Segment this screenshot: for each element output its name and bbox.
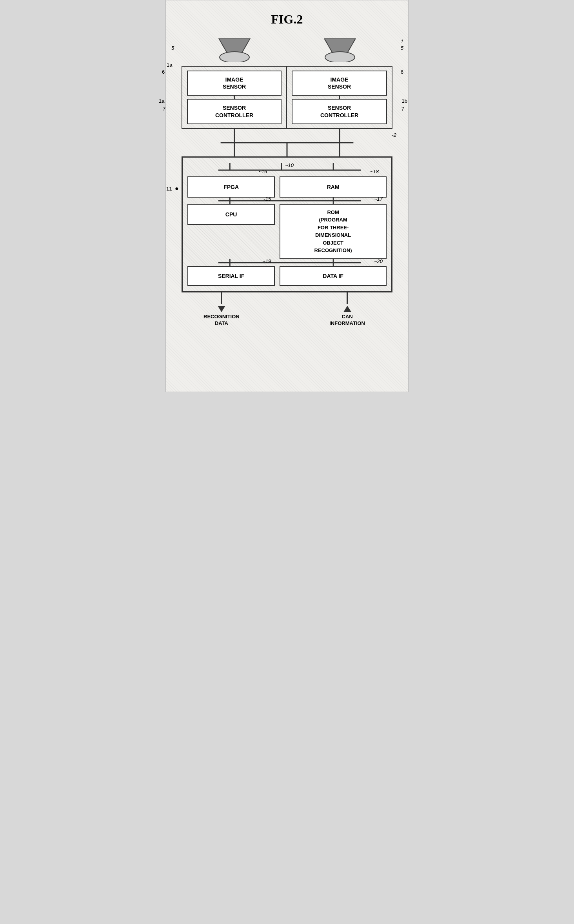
cpu-box: CPU [187,204,275,225]
serial-if-box: SERIAL IF [187,266,275,286]
sensor-ctrl-left: SENSOR CONTROLLER [187,99,282,124]
can-information-label: CAN INFORMATION [329,314,365,327]
rom-box: ROM (PROGRAM FOR THREE- DIMENSIONAL OBJE… [280,204,387,259]
image-sensor-right: IMAGE SENSOR [292,71,387,96]
data-if-label: DATA IF [323,273,343,279]
ref-1: 1 [401,38,403,44]
ref-16-label: ~16 [258,169,267,174]
arrow-down-recognition [218,306,225,312]
fig-title: FIG.2 [182,12,392,27]
svg-point-3 [325,52,355,62]
camera-lens-left-svg [211,38,258,62]
sensor-ctrl-left-label: SENSOR CONTROLLER [215,105,253,118]
svg-marker-0 [219,38,250,52]
ref-1a-label: 1a [159,98,164,104]
image-sensor-left: IMAGE SENSOR [187,71,282,96]
cpu-label: CPU [225,211,237,218]
ref-7-right-label: 7 [401,106,404,112]
ref-20-label: ~20 [374,258,383,264]
sensor-ctrl-right: SENSOR CONTROLLER [292,99,387,124]
lower-mid-connections-svg [187,259,387,266]
ref-5-left: 5 [171,45,174,51]
ref-11-label: 11 ● [166,185,179,192]
fpga-box: FPGA [187,176,275,198]
ref-17-label: ~17 [374,196,383,202]
recognition-data-label: RECOGNITION DATA [203,314,240,327]
arrow-up-can [343,306,351,312]
svg-point-1 [220,52,249,62]
camera-lens-right-svg [316,38,363,62]
data-if-box: DATA IF [280,266,387,286]
ref-19-label: ~19 [262,258,271,264]
serial-if-label: SERIAL IF [218,273,244,279]
svg-marker-2 [324,38,356,52]
ref-1b-label: 1b [402,98,407,104]
ram-box: RAM [280,176,387,198]
sensor-ctrl-right-label: SENSOR CONTROLLER [320,105,358,118]
image-sensor-right-label: IMAGE SENSOR [328,76,351,90]
ref-6-right-label: 6 [401,69,403,75]
image-sensor-left-label: IMAGE SENSOR [223,76,246,90]
ref-7-left-label: 7 [163,106,165,112]
ref-18-label: ~18 [370,169,379,174]
ref-5-right: 5 [401,45,403,51]
rom-label: ROM (PROGRAM FOR THREE- DIMENSIONAL OBJE… [314,209,352,254]
ram-label: RAM [327,184,340,190]
fpga-label: FPGA [223,184,239,190]
diagram: FIG.2 1a [182,12,392,327]
page: FIG.2 1a [165,0,409,392]
ref-1a: 1a [167,62,172,68]
bus-connections-svg [182,129,392,156]
ref-15-label: ~15 [262,196,271,202]
mid-connections-svg [187,198,387,204]
ref-6-left-label: 6 [162,69,165,75]
ecu-top-bus-svg [187,163,387,175]
